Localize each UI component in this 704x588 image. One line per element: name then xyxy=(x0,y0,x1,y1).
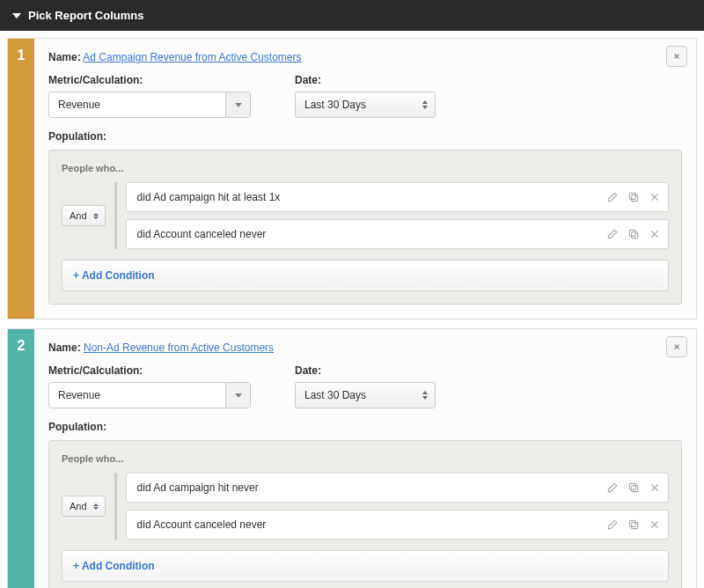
report-column-card: 2 Name: Non-Ad Revenue from Active Custo… xyxy=(7,328,697,588)
copy-icon[interactable] xyxy=(627,228,640,240)
condition-row: did Ad campaign hit at least 1x xyxy=(126,182,669,212)
delete-icon[interactable] xyxy=(649,228,661,240)
stepper-icon xyxy=(421,100,435,109)
add-condition-button[interactable]: + Add Condition xyxy=(62,550,669,582)
condition-text: did Account canceled never xyxy=(137,518,606,531)
population-box: People who... And did Ad campaign hit at… xyxy=(48,150,682,305)
operator-value: And xyxy=(70,210,87,221)
condition-row: did Account canceled never xyxy=(126,510,669,540)
condition-row: did Account canceled never xyxy=(126,219,669,249)
date-label: Date: xyxy=(295,74,436,86)
date-value: Last 30 Days xyxy=(296,99,421,111)
column-name-link[interactable]: Non-Ad Revenue from Active Customers xyxy=(84,342,274,354)
section-header[interactable]: Pick Report Columns xyxy=(0,0,704,31)
chevron-down-icon xyxy=(12,13,21,18)
population-label: Population: xyxy=(48,130,682,143)
metric-value: Revenue xyxy=(49,389,225,401)
name-label: Name: xyxy=(48,51,81,63)
column-name-link[interactable]: Ad Campaign Revenue from Active Customer… xyxy=(83,51,301,63)
dropdown-icon xyxy=(225,383,250,408)
name-label: Name: xyxy=(48,342,81,354)
operator-value: And xyxy=(70,501,87,511)
metric-label: Metric/Calculation: xyxy=(48,74,251,86)
copy-icon[interactable] xyxy=(627,481,640,494)
edit-icon[interactable] xyxy=(606,228,619,240)
edit-icon[interactable] xyxy=(606,518,619,531)
condition-list: did Ad campaign hit never did Account ca… xyxy=(114,473,669,540)
people-who-label: People who... xyxy=(62,163,669,173)
section-title: Pick Report Columns xyxy=(28,9,143,22)
date-label: Date: xyxy=(295,364,436,377)
metric-select[interactable]: Revenue xyxy=(48,92,251,118)
date-select[interactable]: Last 30 Days xyxy=(295,92,436,118)
population-label: Population: xyxy=(48,421,682,433)
stepper-icon xyxy=(421,391,435,400)
delete-icon[interactable] xyxy=(649,191,661,203)
column-number-badge: 1 xyxy=(8,39,34,319)
stepper-icon xyxy=(91,213,101,219)
condition-text: did Ad campaign hit never xyxy=(137,481,606,494)
edit-icon[interactable] xyxy=(606,191,619,203)
add-condition-button[interactable]: + Add Condition xyxy=(62,260,669,291)
metric-select[interactable]: Revenue xyxy=(48,382,251,408)
delete-icon[interactable] xyxy=(649,518,661,531)
remove-column-button[interactable] xyxy=(666,46,687,67)
date-value: Last 30 Days xyxy=(296,389,421,401)
condition-text: did Ad campaign hit at least 1x xyxy=(137,191,606,203)
delete-icon[interactable] xyxy=(649,481,661,494)
column-number-badge: 2 xyxy=(8,329,34,588)
metric-label: Metric/Calculation: xyxy=(48,364,251,377)
dropdown-icon xyxy=(225,92,250,117)
condition-text: did Account canceled never xyxy=(137,228,606,240)
copy-icon[interactable] xyxy=(627,518,640,531)
copy-icon[interactable] xyxy=(627,191,640,203)
stepper-icon xyxy=(91,503,101,510)
condition-list: did Ad campaign hit at least 1x did Acco… xyxy=(114,182,669,249)
population-box: People who... And did Ad campaign hit ne… xyxy=(48,440,682,588)
condition-row: did Ad campaign hit never xyxy=(126,473,669,503)
operator-select[interactable]: And xyxy=(62,496,106,517)
report-column-card: 1 Name: Ad Campaign Revenue from Active … xyxy=(7,38,697,320)
people-who-label: People who... xyxy=(62,453,669,464)
remove-column-button[interactable] xyxy=(666,336,687,357)
date-select[interactable]: Last 30 Days xyxy=(295,382,436,408)
operator-select[interactable]: And xyxy=(62,205,106,226)
edit-icon[interactable] xyxy=(606,481,619,494)
metric-value: Revenue xyxy=(49,99,225,111)
